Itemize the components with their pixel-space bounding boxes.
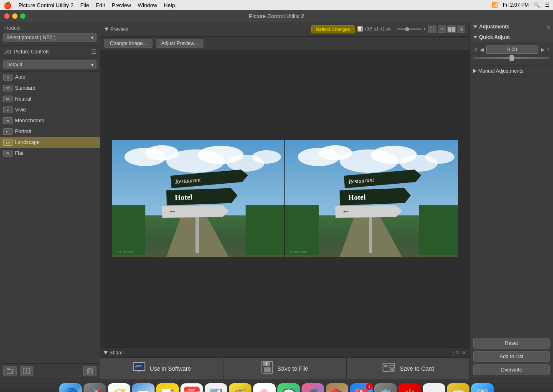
dock-item-safari[interactable]: 🧭	[108, 383, 130, 392]
menubar-window[interactable]: Window	[138, 2, 157, 8]
svg-rect-49	[419, 205, 458, 255]
download-icon: ⬇️	[476, 388, 489, 392]
share-header-right: ⋮≡ ✕	[451, 350, 466, 356]
reminders-icon: ☑️	[209, 388, 223, 392]
list-item[interactable]: PT Portrait	[0, 126, 100, 137]
minimize-button[interactable]	[12, 13, 18, 19]
list-label: List: Picture Controls	[3, 49, 50, 55]
zoom-in-icon[interactable]: +	[423, 27, 426, 31]
use-in-software-button[interactable]: APP Use in Software	[100, 358, 223, 379]
reset-button[interactable]: Reset	[473, 338, 550, 349]
qa-slider[interactable]	[473, 57, 550, 59]
maximize-button[interactable]	[20, 13, 25, 19]
pc-icon-monochrome: MC	[3, 117, 13, 124]
save-to-file-button[interactable]: Save to File	[223, 358, 347, 379]
dock-item-reminders[interactable]: ☑️	[205, 383, 227, 392]
dock-item-mail[interactable]: ✉️	[132, 383, 155, 392]
list-item[interactable]: VI Vivid	[0, 104, 100, 115]
messages-icon: 💬	[282, 388, 295, 392]
qa-value-display[interactable]: 0.00	[486, 46, 538, 54]
zoom-2-label[interactable]: x2	[380, 27, 385, 31]
calendar-icon: SEP 8	[184, 387, 200, 392]
appstore-icon: 🅰️	[355, 388, 368, 392]
dock-item-stickies[interactable]: 🗂️	[229, 383, 251, 392]
delete-button[interactable]	[83, 366, 96, 376]
search-icon[interactable]: 🔍	[534, 2, 540, 8]
qa-left-arrow[interactable]: ◀	[480, 47, 484, 53]
qa-right-arrow[interactable]: ▶	[541, 47, 545, 53]
zoom-out-icon[interactable]: −	[393, 27, 396, 31]
add-to-list-button[interactable]: Add to List	[473, 351, 550, 362]
dock-item-music[interactable]: 🎵	[302, 383, 324, 392]
view-grid-icon[interactable]: ⊞	[457, 25, 465, 33]
adjustments-expand-btn[interactable]: ⊞	[546, 25, 550, 29]
right-panel: Adjustments ⊞ Quick Adjust -2 ◀ 0.00 ▶ 2	[469, 22, 553, 379]
zoom-controls: 📊 x0.5 x1 x2 x4	[357, 26, 391, 32]
zoom-slider-thumb	[405, 27, 409, 31]
menubar-help[interactable]: Help	[164, 2, 175, 8]
right-panel-bottom: Reset Add to List Overwrite	[470, 334, 553, 379]
change-image-button[interactable]: Change Image...	[104, 39, 152, 48]
dock-item-sparkle[interactable]: ✳️	[398, 383, 421, 392]
menubar-preview[interactable]: Preview	[112, 2, 131, 8]
svg-rect-9	[89, 368, 91, 369]
histogram-icon[interactable]: 📊	[357, 26, 363, 32]
overwrite-button[interactable]: Overwrite	[473, 364, 550, 375]
adjustments-title: Adjustments	[479, 24, 510, 30]
list-item[interactable]: A Auto	[0, 72, 100, 83]
list-item-landscape[interactable]: LS Landscape	[0, 137, 100, 148]
pc-label-flat: Flat	[15, 150, 23, 156]
new-folder-button[interactable]	[3, 366, 17, 376]
dock-item-photos[interactable]: 🌸	[253, 383, 276, 392]
list-item[interactable]: SD Standard	[0, 83, 100, 94]
view-split-icon[interactable]	[447, 25, 456, 33]
manual-adj-header[interactable]: Manual Adjustments	[470, 66, 553, 76]
pc-label-landscape: Landscape	[15, 139, 40, 145]
zoom-4-label[interactable]: x4	[386, 27, 391, 31]
zoom-1-label[interactable]: x1	[374, 27, 379, 31]
new-item-button[interactable]	[20, 366, 33, 376]
view-single-icon[interactable]: ▭	[438, 25, 446, 33]
default-dropdown-value: Default	[6, 62, 22, 68]
save-to-file-icon	[261, 361, 273, 376]
dock-item-messages[interactable]: 💬	[277, 383, 300, 392]
svg-text:Hotel: Hotel	[348, 193, 366, 202]
dock-item-download[interactable]: ⬇️	[471, 383, 494, 392]
product-dropdown[interactable]: Select product ( NP2 ) ▾	[3, 33, 96, 42]
dock-item-launchpad[interactable]: 🚀	[84, 383, 106, 392]
dock-item-nikon[interactable]: Nikon	[423, 383, 445, 392]
share-expand-icon[interactable]	[104, 351, 108, 354]
quick-adjust-header[interactable]: Quick Adjust	[470, 32, 553, 42]
dock-item-settings[interactable]: ⚙️	[374, 383, 397, 392]
list-item[interactable]: FL Flat	[0, 148, 100, 159]
share-close-icon[interactable]: ✕	[462, 350, 466, 356]
reflect-changes-button[interactable]: Reflect Changes	[311, 25, 354, 33]
list-item[interactable]: NL Neutral	[0, 94, 100, 104]
adjust-preview-button[interactable]: Adjust Preview...	[156, 39, 204, 48]
list-menu-icon[interactable]: ☰	[91, 48, 96, 55]
preview-images: Restaurant Hotel ←	[112, 140, 458, 257]
default-dropdown[interactable]: Default ▾	[3, 60, 96, 69]
control-center-icon[interactable]: ☰	[545, 2, 550, 8]
apple-menu-icon[interactable]: 🍎	[3, 1, 12, 9]
menubar-edit[interactable]: Edit	[96, 2, 105, 8]
dock-item-books[interactable]: 📚	[326, 383, 348, 392]
dock-item-finder[interactable]: 🔵	[59, 383, 82, 392]
preview-expand-icon[interactable]	[104, 28, 109, 31]
dock-item-bookmarks[interactable]: 📖	[447, 383, 469, 392]
view-fit-icon[interactable]: ⛶	[428, 25, 436, 33]
close-button[interactable]	[4, 13, 10, 19]
list-item[interactable]: MC Monochrome	[0, 115, 100, 126]
share-menu-icon[interactable]: ⋮≡	[451, 350, 459, 356]
pc-icon-neutral: NL	[3, 96, 13, 102]
dock-item-appstore[interactable]: 🅰️ 1	[350, 383, 373, 392]
time-display: Fri 2:07 PM	[503, 2, 529, 8]
stickies-icon: 🗂️	[233, 388, 247, 392]
dock-item-calendar[interactable]: SEP 8	[180, 383, 203, 392]
menubar-file[interactable]: File	[80, 2, 89, 8]
adjustments-header[interactable]: Adjustments ⊞	[470, 22, 553, 32]
zoom-slider[interactable]	[397, 28, 422, 30]
save-to-card-button[interactable]: Save to Card	[347, 358, 469, 379]
dock-item-notes[interactable]: 📝	[156, 383, 179, 392]
menubar-app-name[interactable]: Picture Control Utility 2	[18, 2, 74, 8]
